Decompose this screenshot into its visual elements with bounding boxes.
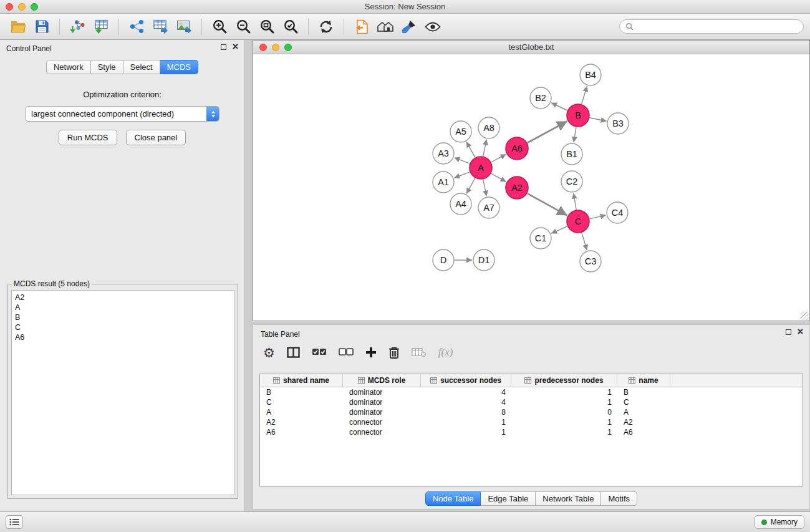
float-table-panel-icon[interactable] xyxy=(786,329,791,335)
table-cell[interactable]: 1 xyxy=(511,417,617,427)
graph-edge-B-B1[interactable] xyxy=(574,127,576,142)
graph-edge-B-B4[interactable] xyxy=(582,86,587,104)
graph-node-A7[interactable]: A7 xyxy=(478,197,499,218)
mcds-result-item[interactable]: B xyxy=(15,312,231,322)
export-image-button[interactable] xyxy=(174,16,194,37)
column-header-shared-name[interactable]: shared name xyxy=(260,374,343,387)
graph-edge-A-A4[interactable] xyxy=(466,178,475,194)
table-row[interactable]: A2connector11A2 xyxy=(260,417,803,427)
network-close-button[interactable] xyxy=(259,44,267,51)
export-document-button[interactable] xyxy=(352,16,372,37)
table-cell[interactable]: 0 xyxy=(511,407,617,417)
zoom-selected-button[interactable] xyxy=(281,16,301,37)
tab-mcds[interactable]: MCDS xyxy=(160,60,198,74)
graph-edge-A-A8[interactable] xyxy=(483,140,486,157)
table-cell[interactable]: C xyxy=(260,397,343,407)
graph-node-A3[interactable]: A3 xyxy=(433,143,454,164)
deselect-all-columns-button[interactable] xyxy=(339,348,354,357)
table-cell[interactable]: dominator xyxy=(343,407,421,417)
memory-button[interactable]: Memory xyxy=(755,515,804,529)
close-panel-icon[interactable]: × xyxy=(233,44,238,50)
graph-node-A6[interactable]: A6 xyxy=(506,137,528,160)
graph-node-A8[interactable]: A8 xyxy=(478,117,499,138)
export-network-button[interactable] xyxy=(127,16,147,37)
table-row[interactable]: Adominator80A xyxy=(260,407,803,417)
table-cell[interactable]: A2 xyxy=(260,417,343,427)
network-canvas[interactable]: B4B2BB3A5A8A6B1A3AC2A1A2A4A7C4CC1C3DD1 xyxy=(253,54,809,321)
search-input[interactable] xyxy=(637,22,798,31)
graph-edge-A6-B[interactable] xyxy=(528,122,567,143)
zoom-fit-button[interactable] xyxy=(257,16,277,37)
graph-node-D[interactable]: D xyxy=(433,249,454,271)
table-row[interactable]: Bdominator41B xyxy=(260,387,803,397)
table-row[interactable]: Cdominator41C xyxy=(260,397,803,407)
close-panel-button[interactable]: Close panel xyxy=(126,130,186,145)
graph-edge-B-B3[interactable] xyxy=(590,118,607,121)
table-cell[interactable]: A6 xyxy=(260,427,343,437)
graph-node-A5[interactable]: A5 xyxy=(450,121,471,142)
graph-node-C4[interactable]: C4 xyxy=(607,202,628,223)
column-header-name[interactable]: name xyxy=(617,374,670,387)
graph-node-B1[interactable]: B1 xyxy=(561,143,582,165)
refresh-button[interactable] xyxy=(316,16,336,37)
zoom-in-button[interactable] xyxy=(210,16,229,37)
network-window-titlebar[interactable]: testGlobe.txt xyxy=(253,41,809,54)
tab-style[interactable]: Style xyxy=(91,60,123,74)
table-cell[interactable]: 1 xyxy=(511,397,617,407)
add-column-button[interactable] xyxy=(365,347,377,358)
run-mcds-button[interactable]: Run MCDS xyxy=(59,130,117,145)
close-table-panel-icon[interactable]: × xyxy=(798,329,803,335)
close-window-button[interactable] xyxy=(6,3,13,11)
graph-edge-A-A5[interactable] xyxy=(466,142,475,158)
graph-edge-C-C2[interactable] xyxy=(574,193,576,210)
table-settings-button[interactable]: ⚙ xyxy=(263,346,275,359)
tab-edge-table[interactable]: Edge Table xyxy=(481,491,536,506)
table-cell[interactable]: A6 xyxy=(617,427,670,437)
graph-node-B[interactable]: B xyxy=(567,104,589,127)
show-details-button[interactable] xyxy=(423,16,443,37)
mcds-result-item[interactable]: A6 xyxy=(15,332,231,342)
network-zoom-button[interactable] xyxy=(284,44,292,51)
import-network-button[interactable] xyxy=(67,16,87,37)
graph-edge-A-A2[interactable] xyxy=(491,173,506,181)
graph-node-D1[interactable]: D1 xyxy=(473,249,494,271)
select-all-columns-button[interactable] xyxy=(312,348,327,357)
graph-node-C1[interactable]: C1 xyxy=(530,228,551,249)
graph-edge-A2-C[interactable] xyxy=(528,193,567,215)
tab-node-table[interactable]: Node Table xyxy=(425,491,481,506)
style-brush-button[interactable] xyxy=(399,16,419,37)
graph-node-A2[interactable]: A2 xyxy=(506,177,528,199)
graph-node-B3[interactable]: B3 xyxy=(607,113,629,134)
table-cell[interactable]: connector xyxy=(343,417,421,427)
column-header-successor-nodes[interactable]: successor nodes xyxy=(421,374,511,387)
tab-motifs[interactable]: Motifs xyxy=(601,491,637,506)
criterion-dropdown[interactable]: largest connected component (directed) xyxy=(25,106,219,122)
graph-edge-C-C4[interactable] xyxy=(590,215,606,219)
table-cell[interactable]: 4 xyxy=(421,397,511,407)
graph-edge-C-C1[interactable] xyxy=(551,226,567,233)
mcds-result-item[interactable]: C xyxy=(15,322,231,332)
table-cell[interactable]: A2 xyxy=(617,417,670,427)
tab-network-table[interactable]: Network Table xyxy=(536,491,601,506)
graph-edge-A-A1[interactable] xyxy=(455,172,470,178)
table-cell[interactable]: 1 xyxy=(511,427,617,437)
home-view-button[interactable] xyxy=(375,16,395,37)
search-field[interactable] xyxy=(619,19,804,34)
table-cell[interactable]: 8 xyxy=(421,407,511,417)
graph-edge-A-A3[interactable] xyxy=(455,158,470,163)
graph-edge-A-A6[interactable] xyxy=(491,154,506,162)
float-panel-icon[interactable] xyxy=(221,44,226,50)
import-table-button[interactable] xyxy=(91,16,111,37)
delete-table-button[interactable] xyxy=(412,347,427,357)
mcds-result-list[interactable]: A2ABCA6 xyxy=(11,290,234,495)
window-titlebar[interactable]: Session: New Session xyxy=(0,0,810,14)
graph-node-C[interactable]: C xyxy=(567,210,589,233)
function-builder-button[interactable]: f(x) xyxy=(438,346,453,359)
graph-edge-A-A7[interactable] xyxy=(483,180,486,196)
table-cell[interactable]: 1 xyxy=(511,387,617,397)
graph-node-C3[interactable]: C3 xyxy=(580,251,601,272)
graph-node-C2[interactable]: C2 xyxy=(561,171,582,192)
zoom-out-button[interactable] xyxy=(233,16,253,37)
toggle-column-panel-button[interactable] xyxy=(287,347,300,358)
mcds-result-item[interactable]: A xyxy=(15,302,231,312)
